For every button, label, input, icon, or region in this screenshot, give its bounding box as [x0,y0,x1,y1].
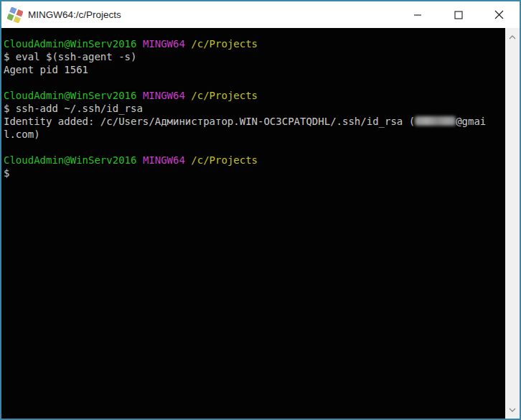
scroll-up-button[interactable] [505,31,520,43]
terminal-line: CloudAdmin@WinServ2016 MINGW64 /c/Projec… [4,154,505,167]
terminal-line: $ ssh-add ~/.ssh/id_rsa [4,102,505,115]
terminal-line: $ eval $(ssh-agent -s) [4,50,505,63]
separator [136,154,142,166]
separator [136,38,142,50]
output-text: Agent pid 1561 [4,64,88,75]
prompt-msystem: MINGW64 [143,90,185,101]
close-icon [494,10,504,19]
console-area: CloudAdmin@WinServ2016 MINGW64 /c/Projec… [1,28,520,419]
prompt-cwd: /c/Projects [191,154,258,166]
msys-diamond-icon [7,7,23,23]
window-title: MINGW64:/c/Projects [28,9,121,20]
prompt-user-host: CloudAdmin@WinServ2016 [4,90,136,101]
output-text: l.com) [4,129,40,140]
output-text: @gmai [456,116,486,127]
chevron-up-icon [509,35,516,39]
minimize-button[interactable] [397,1,438,28]
terminal-line: CloudAdmin@WinServ2016 MINGW64 /c/Projec… [4,37,505,50]
maximize-button[interactable] [438,1,479,28]
terminal-line: $ [4,167,505,179]
prompt-user-host: CloudAdmin@WinServ2016 [4,154,136,166]
terminal-line: Agent pid 1561 [4,63,505,76]
scrollbar[interactable] [505,28,520,419]
prompt-msystem: MINGW64 [143,154,185,166]
terminal-line: Identity added: /c/Users/Администратор.W… [4,115,505,128]
scroll-down-button[interactable] [505,403,520,416]
redacted-email [415,116,456,126]
mintty-window: MINGW64:/c/Projects CloudAdmin@WinServ20… [0,0,521,420]
title-bar[interactable]: MINGW64:/c/Projects [1,1,520,28]
terminal-output: CloudAdmin@WinServ2016 MINGW64 /c/Projec… [4,37,505,179]
minimize-icon [413,11,422,19]
prompt-cwd: /c/Projects [191,38,258,50]
maximize-icon [454,11,463,19]
terminal-line: l.com) [4,128,505,141]
prompt-msystem: MINGW64 [143,38,185,50]
separator [136,90,142,101]
close-button[interactable] [479,1,520,28]
terminal-line [4,141,505,154]
command-text: $ ssh-add ~/.ssh/id_rsa [4,103,143,114]
terminal-line: CloudAdmin@WinServ2016 MINGW64 /c/Projec… [4,89,505,102]
command-text: $ [4,167,9,179]
chevron-down-icon [509,408,516,412]
prompt-cwd: /c/Projects [191,90,258,101]
terminal[interactable]: CloudAdmin@WinServ2016 MINGW64 /c/Projec… [1,28,505,419]
prompt-user-host: CloudAdmin@WinServ2016 [4,38,136,50]
terminal-line [4,76,505,89]
output-text: Identity added: /c/Users/Администратор.W… [4,116,415,127]
command-text: $ eval $(ssh-agent -s) [4,51,136,62]
